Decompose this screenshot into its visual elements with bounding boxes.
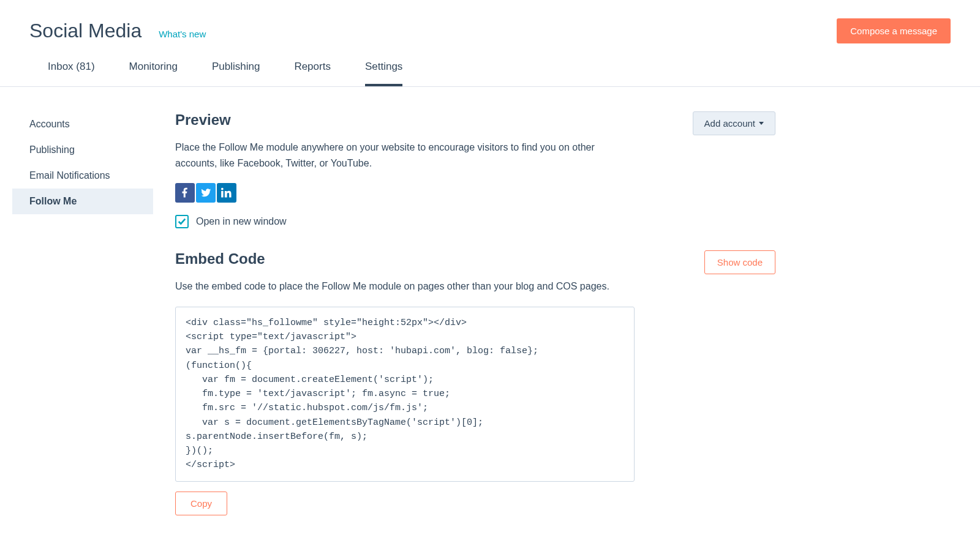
page-header: Social Media What's new Compose a messag…: [0, 0, 980, 43]
embed-header-row: Embed Code Show code: [175, 250, 775, 279]
preview-heading: Preview: [175, 111, 231, 129]
sidebar-item-email-notifications[interactable]: Email Notifications: [12, 163, 153, 189]
tab-settings[interactable]: Settings: [365, 61, 402, 86]
twitter-icon[interactable]: [196, 183, 216, 203]
show-code-button[interactable]: Show code: [704, 250, 775, 274]
copy-button[interactable]: Copy: [175, 492, 227, 515]
facebook-icon[interactable]: [175, 183, 195, 203]
sidebar-item-accounts[interactable]: Accounts: [12, 111, 153, 137]
main-content: Preview Add account Place the Follow Me …: [175, 111, 775, 515]
tab-reports[interactable]: Reports: [294, 61, 331, 86]
open-new-window-checkbox[interactable]: [175, 215, 189, 228]
linkedin-icon[interactable]: [217, 183, 236, 203]
preview-header-row: Preview Add account: [175, 111, 775, 140]
tab-inbox[interactable]: Inbox (81): [48, 61, 95, 86]
embed-heading: Embed Code: [175, 250, 265, 267]
sidebar-item-follow-me[interactable]: Follow Me: [12, 189, 153, 214]
header-left: Social Media What's new: [29, 20, 206, 42]
tab-monitoring[interactable]: Monitoring: [129, 61, 178, 86]
add-account-button[interactable]: Add account: [693, 111, 775, 135]
page-title: Social Media: [29, 20, 141, 42]
main-tabs: Inbox (81) Monitoring Publishing Reports…: [0, 43, 980, 87]
settings-sidebar: Accounts Publishing Email Notifications …: [12, 111, 153, 515]
sidebar-item-publishing[interactable]: Publishing: [12, 137, 153, 163]
open-new-window-row: Open in new window: [175, 215, 775, 228]
preview-description: Place the Follow Me module anywhere on y…: [175, 140, 628, 171]
tab-publishing[interactable]: Publishing: [212, 61, 260, 86]
body-area: Accounts Publishing Email Notifications …: [0, 87, 980, 540]
social-icons-preview: [175, 183, 775, 203]
open-new-window-label: Open in new window: [196, 216, 287, 227]
compose-message-button[interactable]: Compose a message: [837, 18, 951, 43]
embed-code-box[interactable]: <div class="hs_followme" style="height:5…: [175, 307, 635, 482]
embed-description: Use the embed code to place the Follow M…: [175, 279, 628, 294]
whats-new-link[interactable]: What's new: [159, 29, 206, 39]
add-account-label: Add account: [704, 118, 755, 129]
caret-down-icon: [759, 122, 764, 125]
